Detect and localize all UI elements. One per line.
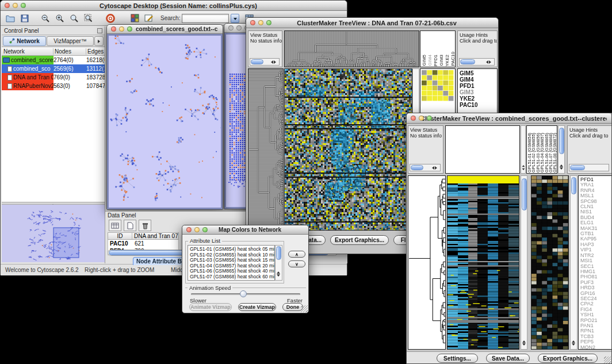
attribute-list-scrollbar[interactable]	[275, 245, 282, 281]
treeview1-hints-scrollbar[interactable]	[459, 58, 495, 66]
data-col-attr[interactable]: DNA and Tran 07-21-06	[132, 233, 178, 239]
treeview1-export-graphics-button[interactable]: Export Graphics...	[330, 235, 389, 245]
network-row[interactable]: DNA and Tran 07 769(0) 183728(0)	[2, 73, 105, 82]
zoom-button[interactable]	[21, 3, 26, 8]
minimize-button[interactable]	[194, 227, 200, 232]
attribute-item[interactable]: GPL51-04 (GSM857) heat shock 20 min	[190, 263, 274, 269]
zoom-button[interactable]	[127, 26, 132, 32]
close-button[interactable]	[228, 25, 234, 30]
help-icon[interactable]	[104, 13, 117, 24]
close-button[interactable]	[250, 20, 255, 25]
annotation-icon[interactable]	[143, 13, 155, 24]
attribute-item[interactable]: GPL51-06 (GSM865) heat shock 40 min	[190, 269, 274, 274]
move-attribute-down-button[interactable]: ∨	[288, 260, 305, 267]
zoom-button[interactable]	[202, 227, 208, 232]
tab-vizmapper[interactable]: VizMapper™	[47, 36, 94, 46]
column-label[interactable]: PAC10	[450, 52, 456, 66]
network-row[interactable]: RNAPuberNov2+ 563(0) 107847(0)	[2, 82, 105, 90]
minimize-button[interactable]	[236, 25, 242, 30]
gene-label[interactable]: PAC10	[460, 102, 495, 108]
attribute-item[interactable]: GPL51-02 (GSM855) heat shock 10 min	[190, 252, 274, 258]
dialog-titlebar[interactable]: Map Colors to Network	[182, 225, 308, 235]
treeview1-column-dendrogram[interactable]	[285, 31, 419, 67]
zoom-selected-icon[interactable]	[82, 13, 95, 24]
attribute-item[interactable]: GPL51-07 (GSM868) heat shock 60 min	[190, 274, 274, 280]
network-overview-panel[interactable]	[2, 205, 105, 262]
tab-network[interactable]: Network	[3, 36, 46, 46]
network1-canvas[interactable]	[109, 36, 222, 209]
close-button[interactable]	[5, 3, 10, 8]
network-row[interactable]: combined_scores 2764(0) 16218(0)	[2, 56, 105, 64]
resize-grip[interactable]	[604, 357, 611, 363]
treeview2-save-data-button[interactable]: Save Data...	[486, 354, 530, 363]
attribute-item[interactable]: GPL51-01 (GSM854) heat shock 05 min	[190, 247, 274, 252]
minimize-button[interactable]	[13, 3, 18, 8]
save-button[interactable]	[18, 13, 31, 24]
network-overview-canvas[interactable]	[2, 205, 104, 262]
tab-overflow-arrow[interactable]	[94, 36, 104, 46]
close-button[interactable]	[186, 227, 192, 232]
network-row[interactable]: combined_sco 2569(6) 13112(15)	[2, 64, 105, 73]
treeview2-heatmap-vscrollbar[interactable]	[521, 175, 527, 350]
treeview2-labels-vscrollbar[interactable]	[558, 125, 565, 174]
table-icon[interactable]	[109, 220, 121, 231]
zoom-button[interactable]	[266, 20, 271, 25]
delete-attribute-icon[interactable]	[139, 220, 151, 231]
treeview2-hints-scrollbar[interactable]	[569, 164, 609, 171]
done-button[interactable]: Done	[282, 303, 303, 311]
column-label[interactable]: GPL51-08 (GSM872)	[553, 133, 557, 173]
gene-label[interactable]: MON2	[580, 345, 611, 350]
treeview2-export-graphics-button[interactable]: Export Graphics...	[538, 354, 598, 363]
gene-label[interactable]: PFD1	[460, 83, 495, 89]
gene-label[interactable]: GIM5	[460, 70, 495, 76]
slider-thumb[interactable]	[240, 290, 247, 297]
new-attribute-icon[interactable]	[124, 220, 136, 231]
gene-label[interactable]: GIM4	[460, 76, 495, 83]
create-vizmap-button[interactable]: Create Vizmap	[238, 303, 276, 311]
treeview2-row-dendrogram[interactable]	[408, 176, 445, 349]
minimize-button[interactable]	[258, 20, 263, 25]
main-titlebar[interactable]: Cytoscape Desktop (Session Name: collins…	[1, 1, 347, 11]
gene-label[interactable]: YKE2	[460, 95, 495, 102]
minimize-button[interactable]	[119, 26, 124, 32]
zoom-button[interactable]	[427, 116, 432, 121]
treeview2-settings-button[interactable]: Settings...	[437, 354, 478, 363]
treeview1-status-scrollbar[interactable]	[250, 58, 280, 66]
close-button[interactable]	[111, 26, 116, 32]
minimize-button[interactable]	[419, 116, 424, 121]
network-table-header[interactable]: Network Nodes Edges	[2, 47, 105, 56]
treeview1-titlebar[interactable]: ClusterMaker TreeView : DNA and Tran 07-…	[246, 18, 498, 28]
treeview1-row-dendrogram[interactable]	[248, 69, 283, 230]
search-input[interactable]	[182, 14, 229, 23]
float-panel-icon[interactable]	[97, 28, 102, 33]
move-attribute-up-button[interactable]: ∧	[288, 251, 305, 258]
treeview1-heatmap[interactable]	[285, 69, 412, 230]
search-dropdown-button[interactable]	[231, 14, 239, 23]
column-label[interactable]: GIM4	[427, 55, 433, 66]
treeview2-column-scroll-strip[interactable]	[521, 125, 526, 174]
open-file-button[interactable]	[4, 13, 17, 24]
zoom-in-icon[interactable]	[53, 13, 66, 24]
vizmapper-icon[interactable]	[128, 13, 141, 24]
treeview2-titlebar[interactable]: ClusterMaker TreeView : combined_scores_…	[407, 113, 611, 124]
network1-titlebar[interactable]: combined_scores_good.txt--cluste...	[107, 25, 223, 34]
attribute-item[interactable]: GPL51-03 (GSM856) heat shock 15 min	[190, 258, 274, 263]
treeview2-genes-vscrollbar[interactable]	[570, 175, 577, 350]
column-label[interactable]: YKE2	[445, 55, 450, 66]
resize-grip[interactable]	[301, 305, 308, 312]
close-button[interactable]	[411, 116, 416, 121]
zoom-out-icon[interactable]	[39, 13, 52, 24]
zoom-fit-icon[interactable]	[68, 13, 81, 24]
treeview1-mini-heatmap[interactable]	[422, 70, 454, 101]
treeview2-heatmap[interactable]	[447, 176, 519, 349]
data-col-id[interactable]: ID	[108, 233, 132, 239]
data-row[interactable]: PAC10 621	[108, 240, 178, 247]
treeview2-column-dendrogram-area[interactable]	[445, 125, 520, 174]
animate-vizmap-button[interactable]: Animate Vizmap	[189, 303, 232, 311]
column-label[interactable]: GIM5	[422, 55, 427, 66]
gene-label[interactable]: GIM3	[460, 89, 495, 95]
treeview2-status-scrollbar[interactable]	[410, 164, 441, 171]
column-label[interactable]: GIM3	[439, 55, 444, 66]
column-label[interactable]: PFD1	[433, 55, 438, 66]
treeview2-secondary-heatmap[interactable]	[531, 176, 568, 349]
